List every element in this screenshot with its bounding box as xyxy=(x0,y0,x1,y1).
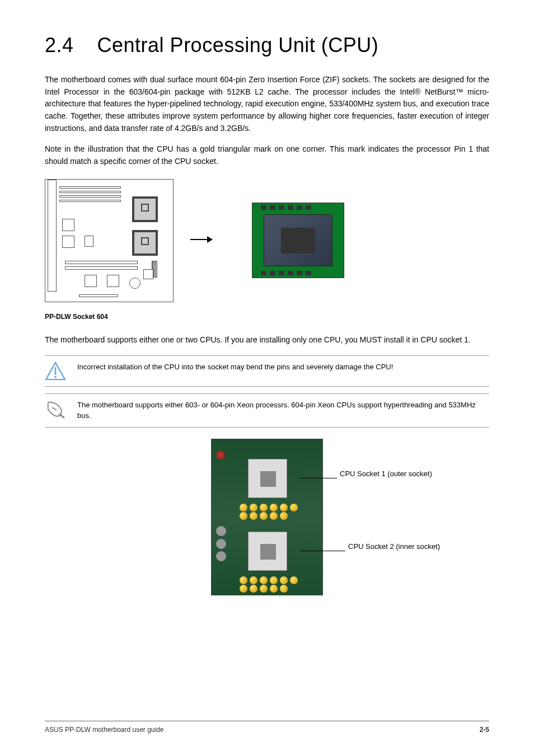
info-note: The motherboard supports either 603- or … xyxy=(45,393,489,428)
footer-page-number: 2-5 xyxy=(480,726,489,734)
diagram-caption: PP-DLW Socket 604 xyxy=(45,313,489,321)
note-icon xyxy=(45,400,66,419)
svg-marker-1 xyxy=(207,236,213,243)
paragraph-3: The motherboard supports either one or t… xyxy=(45,334,489,346)
motherboard-photo xyxy=(211,439,323,595)
footer-left: ASUS PP-DLW motherboard user guide xyxy=(45,726,164,734)
caution-text: Incorrect installation of the CPU into t… xyxy=(77,361,489,373)
arrow-right-icon xyxy=(190,234,213,245)
cpu-socket-1-label: CPU Socket 1 (outer socket) xyxy=(340,469,432,478)
section-number: 2.4 xyxy=(45,34,74,57)
info-text: The motherboard supports either 603- or … xyxy=(77,400,489,421)
diagram-row xyxy=(45,179,489,302)
motherboard-diagram xyxy=(45,179,174,302)
section-name: Central Processing Unit (CPU) xyxy=(97,34,379,57)
paragraph-2: Note in the illustration that the CPU ha… xyxy=(45,143,489,167)
cpu-photo xyxy=(252,203,344,278)
cpu-socket-2-label: CPU Socket 2 (inner socket) xyxy=(348,542,440,551)
section-title: 2.4 Central Processing Unit (CPU) xyxy=(45,34,489,57)
caution-note: Incorrect installation of the CPU into t… xyxy=(45,355,489,387)
socket-caption: PP-DLW Socket 604 xyxy=(45,313,108,321)
paragraph-1: The motherboard comes with dual surface … xyxy=(45,74,489,134)
page-footer: ASUS PP-DLW motherboard user guide 2-5 xyxy=(45,721,489,734)
svg-point-4 xyxy=(54,375,57,378)
caution-icon xyxy=(45,361,66,381)
socket-photo-container: CPU Socket 1 (outer socket) CPU Socket 2… xyxy=(45,439,489,595)
